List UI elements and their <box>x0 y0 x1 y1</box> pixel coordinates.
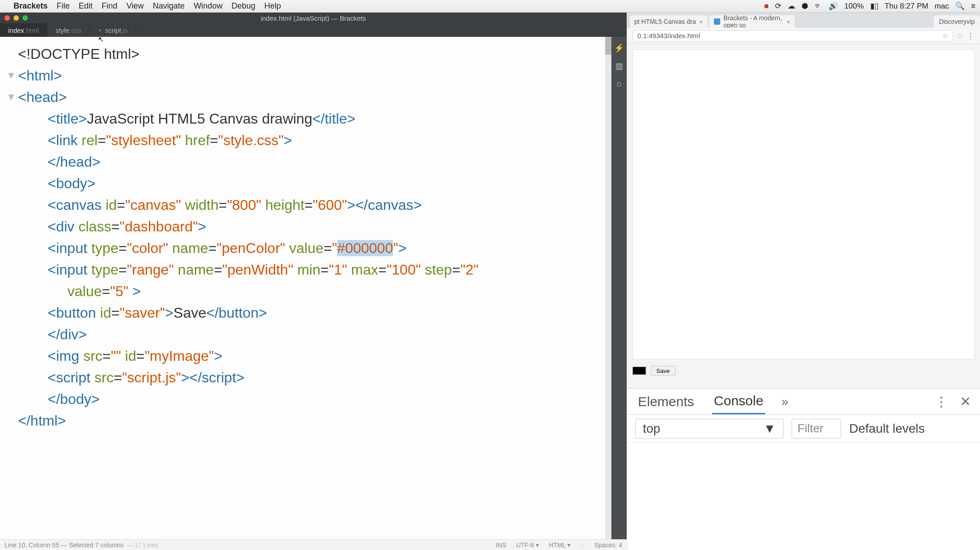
brackets-window: index.html (JavaScript) — Brackets index… <box>0 13 627 550</box>
bookmark-star-icon[interactable]: ☆ <box>942 32 948 40</box>
volume-icon[interactable]: 🔊 <box>829 1 838 11</box>
filter-input[interactable]: Filter <box>792 419 841 439</box>
close-icon[interactable]: × <box>98 27 102 34</box>
extension-badge[interactable]: Discoveryvip <box>934 15 980 28</box>
indent-setting[interactable]: Spaces: 4 <box>594 541 622 549</box>
home-icon[interactable]: ⌂ <box>617 79 622 89</box>
menu-debug[interactable]: Debug <box>232 1 255 11</box>
browser-tab-1[interactable]: pt HTML5 Canvas dra× <box>630 15 708 28</box>
vertical-scrollbar[interactable] <box>605 37 611 539</box>
tab-console[interactable]: Console <box>712 389 765 414</box>
editor-tabs: index.html style.css ×script.js <box>0 23 627 37</box>
menu-navigate[interactable]: Navigate <box>153 1 185 11</box>
language-mode[interactable]: HTML ▾ <box>549 541 570 549</box>
extensions-icon[interactable]: ▥ <box>615 61 623 71</box>
url-input[interactable]: 0.1:49343/index.html ☆ <box>633 30 953 42</box>
selected-text: #000000 <box>337 240 393 256</box>
lint-status-icon[interactable]: ○ <box>580 541 584 549</box>
brackets-titlebar: index.html (JavaScript) — Brackets <box>0 13 627 23</box>
zoom-window-button[interactable] <box>22 15 28 21</box>
record-icon[interactable]: ■ <box>764 2 769 11</box>
menu-help[interactable]: Help <box>264 1 281 11</box>
menu-view[interactable]: View <box>126 1 144 11</box>
close-icon[interactable]: × <box>699 18 703 25</box>
dashboard-controls: Save <box>633 366 975 376</box>
user-name[interactable]: mac <box>935 2 949 11</box>
clock[interactable]: Thu 8:27 PM <box>885 2 928 11</box>
battery-percent: 100% <box>844 2 864 11</box>
line-count: — 17 Lines <box>126 541 158 549</box>
code-editor[interactable]: <!DOCTYPE html> ▼<html> ▼<head> <title>J… <box>0 37 611 539</box>
menu-edit[interactable]: Edit <box>79 1 93 11</box>
tabs-overflow-icon[interactable]: » <box>781 395 788 409</box>
browser-tab-2[interactable]: Brackets - A modern, open so× <box>709 15 795 28</box>
log-levels-selector[interactable]: Default levels <box>849 421 925 436</box>
minimize-window-button[interactable] <box>13 15 19 21</box>
tab-style-css[interactable]: style.css <box>47 23 90 37</box>
menu-find[interactable]: Find <box>102 1 117 11</box>
close-window-button[interactable] <box>4 15 10 21</box>
devtools-close-icon[interactable]: ✕ <box>960 394 971 409</box>
chrome-menu-icon[interactable]: ⋮ <box>967 31 975 41</box>
context-selector[interactable]: top▼ <box>635 419 784 439</box>
insert-mode[interactable]: INS <box>496 541 506 549</box>
fold-arrow-icon[interactable]: ▼ <box>6 86 16 108</box>
close-icon[interactable]: × <box>787 18 790 25</box>
wifi-icon[interactable]: ᯤ <box>815 2 822 11</box>
rendered-page: Save <box>627 44 980 388</box>
save-button[interactable]: Save <box>650 366 676 376</box>
menu-window[interactable]: Window <box>194 1 223 11</box>
canvas-element[interactable] <box>633 49 975 359</box>
brackets-right-rail: ⚡ ▥ ⌂ <box>611 37 627 539</box>
tab-elements[interactable]: Elements <box>636 390 696 414</box>
fold-arrow-icon[interactable]: ▼ <box>6 65 16 86</box>
shield-icon[interactable]: ⬢ <box>802 1 808 11</box>
tab-script-js[interactable]: ×script.js <box>90 23 136 37</box>
profile-icon[interactable] <box>958 34 962 38</box>
address-bar: 0.1:49343/index.html ☆ ⋮ <box>627 28 980 44</box>
spotlight-icon[interactable]: 🔍 <box>955 1 965 11</box>
battery-icon[interactable]: ▮▯ <box>870 1 878 11</box>
mac-menubar: Brackets File Edit Find View Navigate Wi… <box>0 0 980 13</box>
window-title: index.html (JavaScript) — Brackets <box>261 14 366 22</box>
chevron-down-icon: ▼ <box>763 421 776 436</box>
favicon-icon <box>714 18 720 25</box>
menu-icon[interactable]: ≡ <box>971 2 976 11</box>
devtools-menu-icon[interactable]: ⋮ <box>935 394 948 409</box>
encoding[interactable]: UTF-8 ▾ <box>516 541 539 549</box>
sync-icon[interactable]: ⟳ <box>775 1 781 11</box>
pen-color-input[interactable] <box>633 367 646 375</box>
chrome-tabs: pt HTML5 Canvas dra× Brackets - A modern… <box>627 13 980 28</box>
status-bar: Line 10, Column 55 — Selected 7 columns … <box>0 539 627 550</box>
cursor-position: Line 10, Column 55 — Selected 7 columns <box>4 541 124 549</box>
tab-index-html[interactable]: index.html <box>0 23 47 37</box>
devtools-panel: Elements Console » ⋮ ✕ top▼ Filter Defau… <box>627 388 980 550</box>
live-preview-icon[interactable]: ⚡ <box>614 43 624 53</box>
app-name[interactable]: Brackets <box>13 1 48 11</box>
browser-window: pt HTML5 Canvas dra× Brackets - A modern… <box>627 13 980 550</box>
cloud-icon[interactable]: ☁ <box>788 1 795 11</box>
menu-file[interactable]: File <box>57 1 70 11</box>
